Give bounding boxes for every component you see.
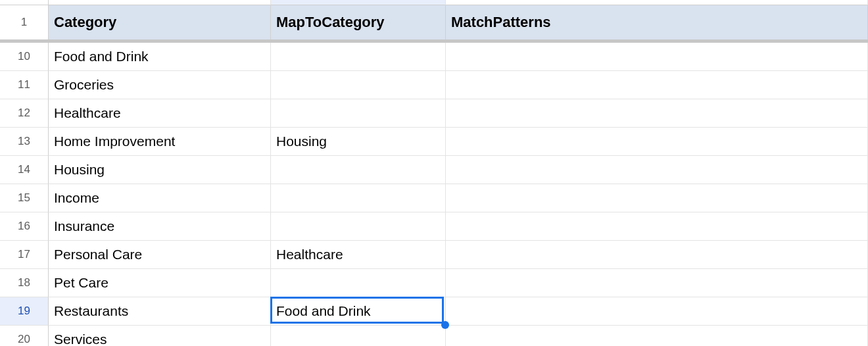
- cell-b[interactable]: Food and Drink: [271, 297, 446, 326]
- row-header[interactable]: 17: [0, 241, 49, 269]
- cell-c[interactable]: [446, 43, 868, 71]
- cell-a[interactable]: Healthcare: [49, 99, 271, 128]
- cell-b[interactable]: [271, 184, 446, 212]
- cell-b[interactable]: [271, 269, 446, 297]
- cell-c[interactable]: [446, 297, 868, 326]
- cell-c[interactable]: [446, 128, 868, 156]
- header-maptocategory[interactable]: MapToCategory: [271, 5, 446, 39]
- row-header[interactable]: 14: [0, 156, 49, 184]
- row-header[interactable]: 20: [0, 326, 49, 346]
- column-stub-row: [0, 0, 868, 5]
- cell-c[interactable]: [446, 99, 868, 128]
- cell-c[interactable]: [446, 71, 868, 99]
- cell-c[interactable]: [446, 212, 868, 241]
- table-row: 15Income: [0, 184, 868, 212]
- cell-a[interactable]: Income: [49, 184, 271, 212]
- cell-c[interactable]: [446, 326, 868, 346]
- cell-a[interactable]: Personal Care: [49, 241, 271, 269]
- cell-b[interactable]: [271, 326, 446, 346]
- cell-b[interactable]: Housing: [271, 128, 446, 156]
- cell-a[interactable]: Services: [49, 326, 271, 346]
- col-stub-a[interactable]: [49, 0, 271, 5]
- row-header[interactable]: 15: [0, 184, 49, 212]
- table-row: 10Food and Drink: [0, 43, 868, 71]
- row-header[interactable]: 18: [0, 269, 49, 297]
- row-header[interactable]: 10: [0, 43, 49, 71]
- table-row: 14Housing: [0, 156, 868, 184]
- table-row: 19RestaurantsFood and Drink: [0, 297, 868, 326]
- header-matchpatterns[interactable]: MatchPatterns: [446, 5, 868, 39]
- cell-b[interactable]: [271, 43, 446, 71]
- row-header-1[interactable]: 1: [0, 5, 49, 39]
- cell-a[interactable]: Restaurants: [49, 297, 271, 326]
- cell-c[interactable]: [446, 269, 868, 297]
- cell-a[interactable]: Insurance: [49, 212, 271, 241]
- cell-c[interactable]: [446, 184, 868, 212]
- cell-a[interactable]: Home Improvement: [49, 128, 271, 156]
- table-row: 12Healthcare: [0, 99, 868, 128]
- col-stub-c[interactable]: [446, 0, 868, 5]
- cell-b[interactable]: [271, 156, 446, 184]
- table-row: 17Personal CareHealthcare: [0, 241, 868, 269]
- row-header[interactable]: 12: [0, 99, 49, 128]
- cell-b[interactable]: [271, 212, 446, 241]
- cell-c[interactable]: [446, 241, 868, 269]
- corner-stub[interactable]: [0, 0, 49, 5]
- cell-b[interactable]: [271, 99, 446, 128]
- grid-body: 10Food and Drink11Groceries12Healthcare1…: [0, 43, 868, 346]
- row-header[interactable]: 13: [0, 128, 49, 156]
- cell-a[interactable]: Food and Drink: [49, 43, 271, 71]
- table-row: 13Home ImprovementHousing: [0, 128, 868, 156]
- cell-b[interactable]: Healthcare: [271, 241, 446, 269]
- fill-handle[interactable]: [441, 321, 449, 329]
- row-header[interactable]: 16: [0, 212, 49, 241]
- header-category[interactable]: Category: [49, 5, 271, 39]
- table-row: 16Insurance: [0, 212, 868, 241]
- cell-b[interactable]: [271, 71, 446, 99]
- table-row: 18Pet Care: [0, 269, 868, 297]
- cell-a[interactable]: Housing: [49, 156, 271, 184]
- row-header[interactable]: 11: [0, 71, 49, 99]
- cell-c[interactable]: [446, 156, 868, 184]
- col-stub-b[interactable]: [271, 0, 446, 5]
- cell-a[interactable]: Groceries: [49, 71, 271, 99]
- table-row: 20Services: [0, 326, 868, 346]
- table-row: 11Groceries: [0, 71, 868, 99]
- cell-a[interactable]: Pet Care: [49, 269, 271, 297]
- header-row: 1 Category MapToCategory MatchPatterns: [0, 5, 868, 39]
- spreadsheet: 1 Category MapToCategory MatchPatterns 1…: [0, 0, 868, 346]
- row-header[interactable]: 19: [0, 297, 49, 326]
